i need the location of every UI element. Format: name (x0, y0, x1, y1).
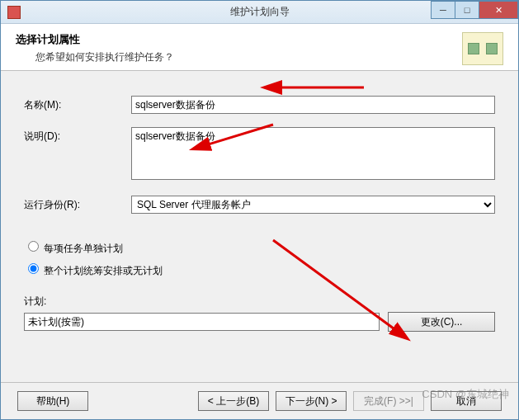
radio-each-task[interactable]: 每项任务单独计划 (24, 238, 495, 256)
wizard-window: 维护计划向导 ─ □ ✕ 选择计划属性 您希望如何安排执行维护任务？ 名称(M)… (0, 0, 519, 420)
next-button[interactable]: 下一步(N) > (276, 391, 347, 411)
finish-button: 完成(F) >>| (353, 391, 424, 411)
page-heading: 选择计划属性 (16, 32, 174, 47)
name-label: 名称(M): (24, 96, 131, 112)
runas-select[interactable]: SQL Server 代理服务帐户 (131, 196, 495, 214)
schedule-field (24, 313, 380, 331)
help-button[interactable]: 帮助(H) (17, 391, 88, 411)
wizard-body: 名称(M): 说明(D): sqlserver数据备份 运行身份(R): SQL… (1, 71, 518, 382)
description-input[interactable]: sqlserver数据备份 (131, 127, 495, 180)
schedule-mode-group: 每项任务单独计划 整个计划统筹安排或无计划 (24, 238, 495, 278)
wizard-footer: 帮助(H) < 上一步(B) 下一步(N) > 完成(F) >>| 取消 (1, 382, 518, 419)
cancel-button[interactable]: 取消 (431, 391, 502, 411)
runas-label: 运行身份(R): (24, 196, 131, 212)
titlebar: 维护计划向导 ─ □ ✕ (1, 1, 518, 24)
wizard-header: 选择计划属性 您希望如何安排执行维护任务？ (1, 24, 518, 71)
schedule-label: 计划: (24, 295, 495, 309)
close-button[interactable]: ✕ (479, 1, 518, 19)
back-button[interactable]: < 上一步(B) (198, 391, 269, 411)
name-input[interactable] (131, 96, 495, 114)
description-label: 说明(D): (24, 127, 131, 144)
radio-whole-plan[interactable]: 整个计划统筹安排或无计划 (24, 261, 495, 278)
change-schedule-button[interactable]: 更改(C)... (388, 312, 495, 332)
minimize-button[interactable]: ─ (431, 1, 455, 19)
window-controls: ─ □ ✕ (432, 1, 518, 19)
maximize-button[interactable]: □ (455, 1, 479, 19)
page-subheading: 您希望如何安排执行维护任务？ (35, 50, 174, 64)
wizard-icon (462, 32, 503, 65)
radio-whole-plan-input[interactable] (28, 263, 39, 274)
radio-each-task-input[interactable] (28, 241, 39, 252)
